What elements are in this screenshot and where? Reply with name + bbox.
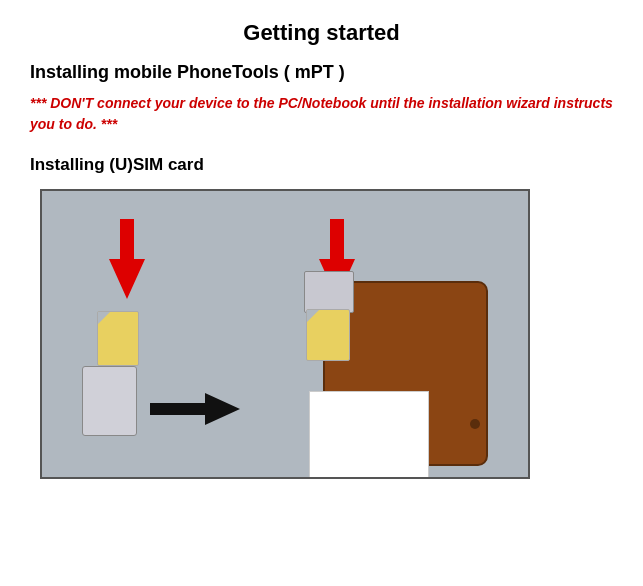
- device-dot: [470, 419, 480, 429]
- sim-card-right: [306, 309, 350, 361]
- red-arrow-left: [104, 219, 150, 303]
- svg-marker-2: [150, 393, 240, 425]
- sim-section-heading: Installing (U)SIM card: [30, 155, 613, 175]
- sim-card-small: [97, 311, 139, 366]
- warning-text: *** DON'T connect your device to the PC/…: [30, 93, 613, 135]
- mpt-section-heading: Installing mobile PhoneTools ( mPT ): [30, 62, 613, 83]
- page-title: Getting started: [30, 20, 613, 46]
- sim-installation-image: [40, 189, 530, 479]
- sim-flap: [304, 271, 354, 313]
- black-arrow: [150, 391, 240, 431]
- device-screen: [309, 391, 429, 479]
- sim-tray: [82, 366, 137, 436]
- svg-marker-0: [109, 219, 145, 299]
